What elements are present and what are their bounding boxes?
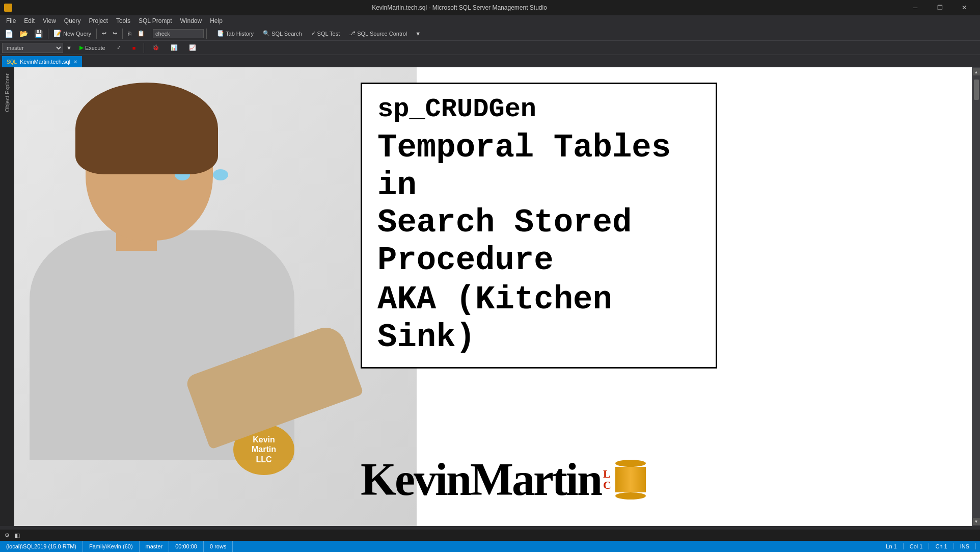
database-select[interactable]: master (2, 43, 63, 53)
tab-filename: KevinMartin.tech.sql (20, 59, 70, 65)
menu-project[interactable]: Project (85, 15, 112, 27)
menu-edit[interactable]: Edit (20, 15, 39, 27)
status-line: Ln 1 (884, 543, 903, 549)
new-file-button[interactable]: 📄 (2, 28, 16, 39)
db-middle (615, 467, 646, 492)
status-ch: Ch 1 (929, 543, 954, 549)
app-icon (4, 4, 12, 12)
bottom-toolbar: ⚙ ◧ (0, 530, 980, 541)
video-overlay: Kevin Martin LLC (14, 67, 417, 526)
content-area: Kevin Martin LLC sp_CRUDGen Temporal Tab… (14, 67, 980, 526)
toolbar-separator-5 (206, 29, 207, 39)
save-icon: 💾 (34, 30, 43, 38)
annotation-box: sp_CRUDGen Temporal Tables in Search Sto… (361, 83, 717, 369)
settings-icon: ⚙ (5, 532, 10, 539)
bottom-icon-1[interactable]: ⚙ (2, 530, 12, 540)
scroll-down-button[interactable]: ▼ (973, 518, 980, 525)
toolbar2: master ▼ ▶ Execute ✓ ■ 🐞 📊 📈 (0, 41, 980, 55)
object-explorer-label: Object Explorer (4, 73, 10, 112)
menu-bar: File Edit View Query Project Tools SQL P… (0, 15, 980, 27)
tab-close-button[interactable]: ✕ (73, 59, 77, 65)
llc-c: C (603, 480, 611, 491)
menu-help[interactable]: Help (206, 15, 227, 27)
sql-search-button[interactable]: 🔍 SQL Search (259, 28, 306, 39)
annotation-line5: AKA (Kitchen Sink) (377, 281, 700, 356)
query-tab[interactable]: SQL KevinMartin.tech.sql ✕ (2, 56, 82, 67)
status-col: Col 1 (904, 543, 930, 549)
window-title: KevinMartin.tech.sql - Microsoft SQL Ser… (15, 4, 904, 11)
bottom-icon-2[interactable]: ◧ (12, 530, 22, 540)
tab-history-label: Tab History (226, 31, 254, 37)
menu-file[interactable]: File (2, 15, 20, 27)
execute-button[interactable]: ▶ Execute (75, 42, 110, 54)
check-input[interactable] (153, 29, 204, 38)
save-button[interactable]: 💾 (32, 28, 45, 39)
annotation-line2: Temporal Tables in (377, 129, 700, 204)
status-database: master (140, 541, 170, 552)
menu-sql-prompt[interactable]: SQL Prompt (134, 15, 176, 27)
database-icon (615, 460, 646, 500)
paste-icon: 📋 (138, 30, 145, 37)
sql-test-icon: ✓ (311, 30, 316, 37)
stop-button[interactable]: ■ (128, 42, 141, 54)
status-rows: 0 rows (204, 541, 233, 552)
sql-source-control-button[interactable]: ⎇ SQL Source Control (345, 28, 411, 39)
toolbar2-btn3[interactable]: 📈 (184, 42, 201, 54)
status-user: Family\Kevin (60) (83, 541, 140, 552)
right-toolbar: 📑 Tab History 🔍 SQL Search ✓ SQL Test ⎇ … (213, 28, 423, 39)
window-controls: ─ ❐ ✕ (904, 0, 976, 15)
new-query-button[interactable]: 📝 New Query (51, 28, 94, 39)
source-control-dropdown[interactable]: ▼ (413, 28, 423, 39)
sql-search-icon: 🔍 (263, 30, 270, 37)
logo-area: KevinMartin L C (361, 453, 646, 506)
sql-source-control-icon: ⎇ (349, 30, 356, 37)
menu-tools[interactable]: Tools (112, 15, 134, 27)
toolbar1: 📄 📂 💾 📝 New Query ↩ ↪ ⎘ 📋 📑 Tab History … (0, 27, 980, 41)
layout-icon: ◧ (15, 532, 20, 539)
new-file-icon: 📄 (5, 30, 13, 38)
scroll-up-button[interactable]: ▲ (973, 68, 980, 75)
tab-bar: SQL KevinMartin.tech.sql ✕ (0, 55, 980, 67)
execute-label: Execute (85, 45, 105, 51)
sql-test-label: SQL Test (317, 31, 340, 37)
paste-button[interactable]: 📋 (135, 28, 147, 39)
undo-button[interactable]: ↩ (99, 28, 109, 39)
tab-history-button[interactable]: 📑 Tab History (213, 28, 257, 39)
llc-text: L C (603, 468, 611, 491)
toolbar2-btn1[interactable]: 🐞 (148, 42, 164, 54)
open-file-button[interactable]: 📂 (17, 28, 31, 39)
scroll-thumb[interactable] (974, 80, 979, 100)
scrollbar[interactable]: ▲ ▼ (972, 67, 980, 526)
minimize-button[interactable]: ─ (904, 0, 927, 15)
person-hair (75, 83, 218, 174)
main-area: Object Explorer Kevin Martin LLC (0, 67, 980, 526)
parse-button[interactable]: ✓ (112, 42, 126, 54)
menu-view[interactable]: View (39, 15, 60, 27)
copy-icon: ⎘ (128, 31, 131, 37)
scroll-track[interactable] (973, 75, 980, 518)
toolbar2-btn2[interactable]: 📊 (166, 42, 182, 54)
execute-play-icon: ▶ (79, 44, 84, 51)
open-icon: 📂 (19, 30, 28, 38)
title-bar: KevinMartin.tech.sql - Microsoft SQL Ser… (0, 0, 980, 15)
db-dropdown-arrow: ▼ (65, 45, 73, 51)
sql-search-label: SQL Search (271, 31, 302, 37)
toolbar-separator-1 (48, 29, 48, 39)
restore-button[interactable]: ❐ (928, 0, 951, 15)
undo-icon: ↩ (102, 30, 106, 37)
menu-window[interactable]: Window (176, 15, 206, 27)
sql-test-button[interactable]: ✓ SQL Test (308, 28, 344, 39)
copy-button[interactable]: ⎘ (125, 28, 134, 39)
toolbar-separator-3 (122, 29, 123, 39)
parse-icon: ✓ (117, 44, 121, 51)
stop-icon: ■ (132, 45, 136, 51)
left-panel-object-explorer: Object Explorer (0, 67, 14, 526)
debug-icon: 🐞 (152, 44, 159, 51)
redo-button[interactable]: ↪ (110, 28, 120, 39)
llc-l: L (603, 468, 611, 480)
close-button[interactable]: ✕ (952, 0, 976, 15)
redo-icon: ↪ (113, 30, 117, 37)
tab-icon: SQL (7, 59, 17, 65)
menu-query[interactable]: Query (60, 15, 85, 27)
toolbar-separator-4 (150, 29, 150, 39)
